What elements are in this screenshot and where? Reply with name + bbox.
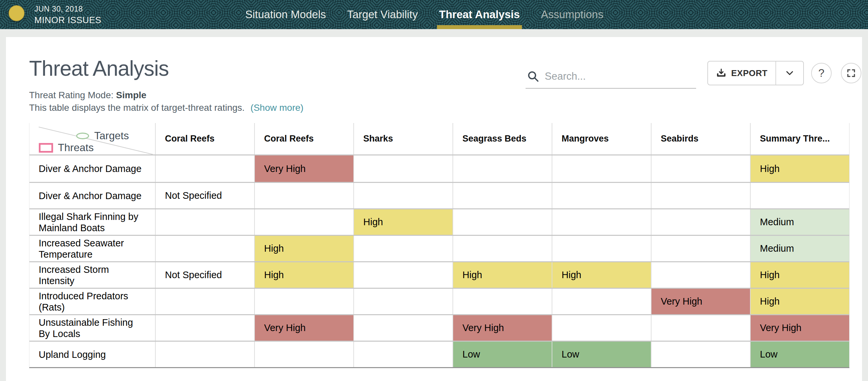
export-button[interactable]: EXPORT (708, 61, 775, 85)
threat-matrix: Targets Threats Coral Reefs Coral Reefs … (29, 123, 849, 368)
table-row: Upland LoggingLowLowLow (29, 341, 849, 367)
table-row: Diver & Anchor DamageNot Specified (29, 182, 849, 208)
tab-threat-analysis[interactable]: Threat Analysis (439, 0, 520, 29)
rating-cell (552, 155, 651, 182)
rating-cell (155, 155, 254, 182)
rating-cell (453, 289, 552, 314)
threats-legend-label: Threats (58, 142, 94, 154)
tab-assumptions[interactable]: Assumptions (541, 0, 603, 29)
project-date: JUN 30, 2018 (34, 5, 101, 13)
rating-cell (254, 289, 353, 314)
column-header: Mangroves (552, 123, 651, 154)
column-header: Coral Reefs (155, 123, 254, 154)
fullscreen-button[interactable] (841, 63, 861, 83)
targets-legend-label: Targets (94, 130, 129, 142)
export-menu-button[interactable] (775, 61, 803, 85)
rating-cell (453, 209, 552, 235)
rating-cell (353, 315, 453, 341)
target-ellipse-icon (76, 132, 90, 140)
threat-row-label: Diver & Anchor Damage (29, 155, 155, 182)
matrix-header-row: Targets Threats Coral Reefs Coral Reefs … (29, 123, 849, 155)
avatar[interactable] (9, 5, 25, 21)
rating-cell (155, 315, 254, 341)
rating-cell: Very High (453, 315, 552, 341)
rating-mode-label: Threat Rating Mode: (29, 90, 113, 100)
summary-rating-cell: High (750, 262, 849, 288)
rating-cell (651, 183, 750, 208)
tab-situation-models[interactable]: Situation Models (245, 0, 326, 29)
rating-cell: Low (552, 342, 651, 367)
summary-rating-cell (750, 183, 849, 208)
rating-cell (353, 155, 453, 182)
page-title: Threat Analysis (29, 56, 169, 81)
rating-cell (254, 209, 353, 235)
rating-cell: Very High (254, 155, 353, 182)
column-header: Seabirds (651, 123, 750, 154)
rating-cell (552, 209, 651, 235)
rating-cell: Very High (254, 315, 353, 341)
matrix-corner-cell: Targets Threats (29, 123, 155, 154)
rating-cell: High (353, 209, 453, 235)
rating-cell (155, 342, 254, 367)
table-row: Diver & Anchor DamageVery HighHigh (29, 155, 849, 182)
summary-rating-cell: Medium (750, 209, 849, 235)
summary-rating-cell: Very High (750, 315, 849, 341)
column-header: Seagrass Beds (453, 123, 552, 154)
threats-legend: Threats (39, 142, 94, 154)
rating-cell (651, 342, 750, 367)
rating-cell (353, 183, 453, 208)
rating-cell: Low (453, 342, 552, 367)
rating-cell (552, 183, 651, 208)
column-header: Sharks (353, 123, 453, 154)
table-row: Introduced Predators (Rats)Very HighHigh (29, 288, 849, 314)
rating-cell (453, 183, 552, 208)
threat-row-label: Introduced Predators (Rats) (29, 289, 155, 314)
threat-row-label: Unsustainable Fishing By Locals (29, 315, 155, 341)
threat-rect-icon (39, 143, 53, 153)
rating-cell (552, 236, 651, 261)
rating-cell: Very High (651, 289, 750, 314)
rating-cell (651, 315, 750, 341)
help-button[interactable]: ? (811, 63, 832, 83)
description-text: This table displays the matrix of target… (29, 102, 245, 113)
rating-mode-value: Simple (116, 90, 147, 100)
table-row: Unsustainable Fishing By LocalsVery High… (29, 314, 849, 341)
show-more-link[interactable]: (Show more) (251, 102, 304, 113)
search-input[interactable] (545, 70, 695, 82)
rating-cell: High (552, 262, 651, 288)
project-identity: JUN 30, 2018 MINOR ISSUES (34, 5, 101, 26)
rating-cell (353, 262, 453, 288)
rating-mode-line: Threat Rating Mode: Simple (29, 90, 147, 100)
rating-cell (651, 262, 750, 288)
tab-target-viability[interactable]: Target Viability (347, 0, 418, 29)
app-header: JUN 30, 2018 MINOR ISSUES Situation Mode… (0, 0, 868, 29)
matrix-body: Diver & Anchor DamageVery HighHighDiver … (29, 155, 849, 367)
column-header-summary: Summary Thre... (750, 123, 849, 154)
rating-cell: Not Specified (155, 183, 254, 208)
download-icon (716, 68, 726, 78)
rating-cell (651, 236, 750, 261)
app-root: JUN 30, 2018 MINOR ISSUES Situation Mode… (0, 0, 868, 381)
rating-cell (552, 289, 651, 314)
rating-cell (254, 342, 353, 367)
fullscreen-icon (846, 68, 856, 78)
summary-rating-cell: High (750, 289, 849, 314)
threat-row-label: Upland Logging (29, 342, 155, 367)
rating-cell (552, 315, 651, 341)
rating-cell (353, 289, 453, 314)
rating-cell: High (254, 236, 353, 261)
chevron-down-icon (784, 67, 795, 79)
rating-cell (254, 183, 353, 208)
rating-cell (353, 236, 453, 261)
rating-cell (651, 209, 750, 235)
table-row: Increased Seawater TemperatureHighMedium (29, 235, 849, 261)
rating-cell (155, 236, 254, 261)
table-row: Increased Storm IntensityNot SpecifiedHi… (29, 261, 849, 288)
rating-cell (353, 342, 453, 367)
threat-row-label: Diver & Anchor Damage (29, 183, 155, 208)
targets-legend: Targets (76, 130, 129, 142)
summary-rating-cell: Low (750, 342, 849, 367)
main-nav: Situation Models Target Viability Threat… (245, 0, 603, 29)
search-icon (527, 70, 539, 83)
rating-cell: High (254, 262, 353, 288)
